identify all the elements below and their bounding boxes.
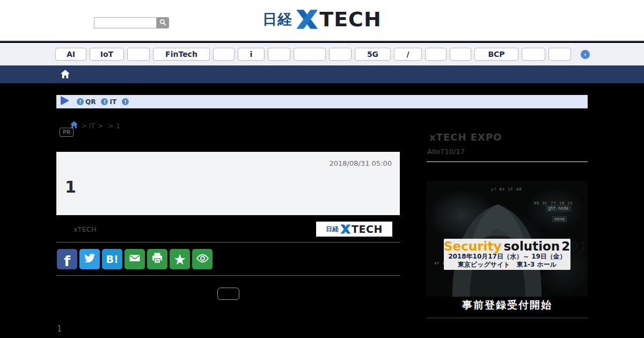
- tab-blank-7[interactable]: [450, 48, 471, 61]
- tab-5g[interactable]: 5G: [355, 48, 391, 61]
- mail-icon: [128, 252, 141, 267]
- pager-button[interactable]: [217, 288, 239, 300]
- article-brand-logo: 日経 TECH: [316, 222, 392, 237]
- share-hatena-button[interactable]: B!: [102, 249, 122, 269]
- ad-brand-security: Security: [444, 239, 501, 253]
- logo-nikkei-text: 日経: [262, 10, 292, 29]
- search-box: [94, 17, 169, 28]
- tab-blank-5[interactable]: [329, 48, 352, 61]
- ad-date-line: 2018年10月17日（水）～ 19日（金）: [444, 253, 570, 261]
- site-logo[interactable]: 日経 TECH: [262, 8, 382, 31]
- chevron-right-circle-icon[interactable]: ›: [581, 50, 590, 59]
- toolbar-item-qr[interactable]: ! QR: [77, 98, 96, 106]
- share-twitter-button[interactable]: [79, 249, 100, 269]
- info-icon: !: [101, 98, 108, 105]
- tab-bcp[interactable]: BCP: [474, 48, 518, 61]
- ad-brand-year: 2018: [561, 239, 588, 253]
- logo-nikkei-text: 日経: [326, 225, 339, 234]
- eye-icon: [196, 252, 209, 267]
- search-input[interactable]: [94, 17, 157, 28]
- facebook-icon: f: [64, 253, 70, 269]
- twitter-bird-icon: [83, 252, 96, 267]
- tab-i[interactable]: i: [238, 48, 265, 61]
- page: 日経 TECH AI IoT FinTech i 5G / BCP: [0, 0, 644, 338]
- tab-blank-1[interactable]: [127, 48, 150, 61]
- share-watch-button[interactable]: [192, 249, 213, 269]
- tab-iot[interactable]: IoT: [90, 48, 124, 61]
- tab-blank-2[interactable]: [213, 48, 235, 61]
- breadcrumb-spacer: [104, 122, 108, 130]
- category-tabs: AI IoT FinTech i 5G / BCP ›: [55, 48, 590, 61]
- share-bookmark-button[interactable]: ★: [170, 249, 190, 269]
- site-header: 日経 TECH: [0, 0, 644, 42]
- toolbar-item-it[interactable]: ! IT: [101, 98, 116, 106]
- play-icon: [60, 96, 69, 107]
- sidebar-ad-banner[interactable]: y? 01 1F A0 0D 9C 77 1B 2E 4F 00 E1 8A g…: [427, 181, 588, 297]
- info-icon: !: [122, 98, 129, 105]
- series-toolbar: ! QR ! IT !: [56, 95, 588, 108]
- sidebar-subheading: AIIoT10/17: [427, 148, 465, 156]
- divider: [56, 275, 400, 276]
- page-number: 1: [57, 324, 62, 334]
- ad-brand-line: Securitysolution2018: [444, 240, 570, 253]
- ad-caption: 事前登録受付開始: [427, 298, 588, 312]
- article-source: xTECH: [74, 225, 97, 233]
- hatena-icon: B!: [106, 253, 118, 265]
- tab-fintech[interactable]: FinTech: [153, 48, 210, 61]
- printer-icon: [151, 252, 164, 267]
- ad-code-fragment: ght-node: [546, 205, 571, 211]
- toolbar-it-label: IT: [109, 98, 116, 106]
- article-header: 2018/08/31 05:00 1: [56, 152, 400, 215]
- share-print-button[interactable]: [147, 249, 167, 269]
- ad-code-texture: y? 01 1F A0: [491, 187, 522, 192]
- magnifier-icon: [159, 19, 166, 27]
- pr-badge: PR: [60, 128, 74, 137]
- toolbar-item-info[interactable]: !: [122, 98, 130, 105]
- divider: [56, 242, 400, 243]
- search-button[interactable]: [157, 17, 169, 28]
- divider: [427, 318, 588, 318]
- tab-blank-6[interactable]: [425, 48, 447, 61]
- logo-x-icon: [340, 224, 351, 234]
- sidebar-heading: xTECH EXPO: [429, 131, 502, 143]
- tab-blank-9[interactable]: [548, 48, 571, 61]
- ad-brand-solution: solution: [503, 239, 560, 253]
- star-icon: ★: [173, 252, 186, 267]
- tab-blank-4[interactable]: [294, 48, 326, 61]
- ad-code-fragment: none: [552, 216, 567, 222]
- ad-venue-line: 東京ビッグサイト 東1-3 ホール: [444, 261, 570, 269]
- ad-code-texture: 0D 9C 77 1B 2E: [534, 201, 573, 205]
- breadcrumb-path-right[interactable]: > 1: [108, 122, 120, 130]
- tab-slash[interactable]: /: [394, 48, 422, 61]
- logo-tech-text: TECH: [352, 223, 383, 235]
- article-title: 1: [65, 178, 76, 196]
- tab-ai[interactable]: AI: [55, 48, 86, 61]
- logo-x-icon: [296, 8, 318, 31]
- home-icon[interactable]: [60, 69, 70, 81]
- share-facebook-button[interactable]: f: [57, 249, 77, 269]
- tab-blank-3[interactable]: [268, 48, 290, 61]
- ad-label-box: Securitysolution2018 2018年10月17日（水）～ 19日…: [444, 239, 570, 270]
- share-buttons: f B!: [57, 249, 213, 269]
- logo-tech-text: TECH: [319, 8, 382, 31]
- toolbar-qr-label: QR: [85, 98, 96, 106]
- tab-blank-8[interactable]: [522, 48, 545, 61]
- category-nav: AI IoT FinTech i 5G / BCP ›: [0, 43, 644, 65]
- info-icon: !: [77, 98, 84, 105]
- share-mail-button[interactable]: [125, 249, 145, 269]
- breadcrumb-path-left[interactable]: > IT >: [81, 122, 104, 130]
- article-date: 2018/08/31 05:00: [329, 159, 392, 167]
- divider: [427, 161, 588, 162]
- sub-nav: [0, 65, 644, 83]
